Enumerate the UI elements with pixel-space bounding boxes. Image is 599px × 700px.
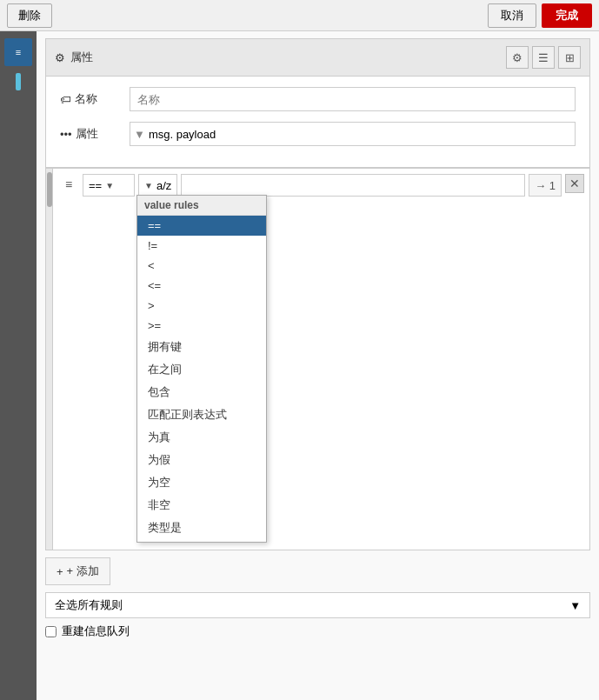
property-input-wrapper[interactable]: ▼ msg. payload xyxy=(130,122,576,146)
dropdown-item-gt[interactable]: > xyxy=(137,296,266,316)
tag-icon: 🏷 xyxy=(60,93,71,106)
menu-icon: ≡ xyxy=(16,47,21,57)
sidebar-indicator xyxy=(16,73,21,90)
settings-icon-btn[interactable]: ⚙ xyxy=(506,46,529,69)
value-rules-header: value rules xyxy=(137,196,266,216)
operator-label: == xyxy=(89,179,102,192)
scrollbar-thumb[interactable] xyxy=(47,172,52,207)
add-icon: + xyxy=(57,565,63,578)
dropdown-item-notnull1[interactable]: 非空 xyxy=(137,494,266,517)
dropdown-item-typeis[interactable]: 类型是 xyxy=(137,517,266,539)
doc-icon-btn[interactable]: ☰ xyxy=(532,46,555,69)
operator-dropdown[interactable]: == ▼ xyxy=(83,174,135,197)
rules-area-inner: ≡ == ▼ ▼ a/z → 1 xyxy=(46,169,589,550)
name-input[interactable] xyxy=(130,87,576,111)
dropdown-item-lt[interactable]: < xyxy=(137,256,266,276)
dots-icon: ••• xyxy=(60,128,72,141)
properties-title: 属性 xyxy=(70,50,93,65)
dropdown-item-null2[interactable]: 为空 xyxy=(137,539,266,543)
right-panel: ⚙ 属性 ⚙ ☰ ⊞ xyxy=(37,31,599,700)
dropdown-item-null1[interactable]: 为空 xyxy=(137,471,266,494)
dropdown-item-eq[interactable]: == xyxy=(137,216,266,236)
settings-icon: ⚙ xyxy=(512,51,522,64)
property-value: msg. payload xyxy=(149,128,216,141)
table-icon: ⊞ xyxy=(565,51,575,64)
rules-content xyxy=(53,202,589,550)
add-rule-wrapper: + + 添加 xyxy=(45,557,590,585)
dropdown-item-neq[interactable]: != xyxy=(137,236,266,256)
rebuild-label: 重建信息队列 xyxy=(62,623,130,639)
select-all-arrow: ▼ xyxy=(569,599,581,612)
section-header: ⚙ 属性 ⚙ ☰ ⊞ xyxy=(45,38,590,76)
drag-handle-icon[interactable]: ≡ xyxy=(58,174,79,195)
rules-main: ≡ == ▼ ▼ a/z → 1 xyxy=(53,169,589,550)
close-rule-btn[interactable]: ✕ xyxy=(565,174,584,193)
name-label: 🏷 名称 xyxy=(60,91,130,107)
property-label: ••• 属性 xyxy=(60,126,130,142)
select-all-label: 全选所有规则 xyxy=(55,597,123,613)
type-select[interactable]: ▼ a/z xyxy=(138,174,177,197)
section-title: ⚙ 属性 xyxy=(55,50,93,65)
dropdown-item-false[interactable]: 为假 xyxy=(137,449,266,471)
sidebar-item-menu[interactable]: ≡ xyxy=(4,38,32,66)
property-prefix: ▼ xyxy=(134,128,145,141)
rebuild-checkbox-row: 重建信息队列 xyxy=(45,623,590,639)
name-row: 🏷 名称 xyxy=(60,87,576,111)
dropdown-item-contains[interactable]: 包含 xyxy=(137,381,266,403)
output-badge: → 1 xyxy=(529,174,562,197)
select-all-dropdown[interactable]: 全选所有规则 ▼ xyxy=(45,592,590,618)
main-content: ≡ ⚙ 属性 ⚙ ☰ ⊞ xyxy=(0,31,599,700)
type-arrow: ▼ xyxy=(144,181,153,190)
gear-icon: ⚙ xyxy=(55,51,65,64)
dropdown-item-regex[interactable]: 匹配正则表达式 xyxy=(137,403,266,426)
top-bar: 删除 取消 完成 xyxy=(0,0,599,31)
rules-toolbar-row: ≡ == ▼ ▼ a/z → 1 xyxy=(53,169,589,202)
scrollbar-area xyxy=(46,169,53,550)
delete-button[interactable]: 删除 xyxy=(7,3,52,28)
property-row: ••• 属性 ▼ msg. payload xyxy=(60,122,576,146)
section-header-icons: ⚙ ☰ ⊞ xyxy=(506,46,581,69)
type-icon: a/z xyxy=(156,179,171,192)
done-button[interactable]: 完成 xyxy=(542,3,592,28)
doc-icon: ☰ xyxy=(538,51,549,64)
operator-dropdown-menu: value rules == != < <= > >= 拥有键 在之间 包含 匹 xyxy=(136,195,267,543)
cancel-button[interactable]: 取消 xyxy=(488,3,536,28)
dropdown-item-lte[interactable]: <= xyxy=(137,276,266,296)
top-right-buttons: 取消 完成 xyxy=(488,3,592,28)
dropdown-item-between[interactable]: 在之间 xyxy=(137,358,266,381)
rebuild-checkbox[interactable] xyxy=(45,626,57,637)
sidebar: ≡ xyxy=(0,31,37,700)
outer-wrapper: ⚙ 属性 ⚙ ☰ ⊞ xyxy=(37,31,599,646)
select-all-row: 全选所有规则 ▼ xyxy=(45,592,590,618)
add-label: + 添加 xyxy=(67,563,99,579)
value-input[interactable] xyxy=(181,174,525,197)
dropdown-item-true[interactable]: 为真 xyxy=(137,426,266,449)
table-icon-btn[interactable]: ⊞ xyxy=(558,46,581,69)
output-label: → 1 xyxy=(535,179,556,192)
operator-dropdown-arrow: ▼ xyxy=(105,181,114,190)
properties-form: 🏷 名称 ••• 属性 ▼ msg. payload xyxy=(45,76,590,168)
rules-area: ≡ == ▼ ▼ a/z → 1 xyxy=(45,168,590,550)
dropdown-item-gte[interactable]: >= xyxy=(137,316,266,336)
add-rule-button[interactable]: + + 添加 xyxy=(45,557,110,585)
dropdown-item-haskey[interactable]: 拥有键 xyxy=(137,336,266,358)
